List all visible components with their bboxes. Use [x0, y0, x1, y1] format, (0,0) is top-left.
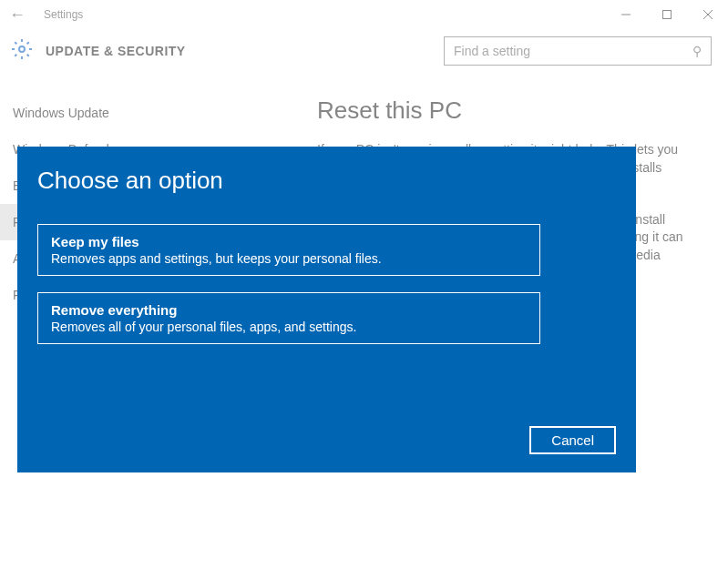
cancel-button[interactable]: Cancel	[529, 426, 616, 454]
option-desc: Removes apps and settings, but keeps you…	[51, 251, 527, 266]
option-title: Keep my files	[51, 234, 527, 249]
option-desc: Removes all of your personal files, apps…	[51, 320, 527, 334]
dialog-title: Choose an option	[37, 167, 616, 195]
dialog-footer: Cancel	[37, 426, 616, 454]
option-keep-my-files[interactable]: Keep my files Removes apps and settings,…	[37, 224, 540, 276]
option-title: Remove everything	[51, 302, 527, 318]
option-remove-everything[interactable]: Remove everything Removes all of your pe…	[37, 292, 540, 344]
reset-dialog: Choose an option Keep my files Removes a…	[17, 147, 636, 472]
